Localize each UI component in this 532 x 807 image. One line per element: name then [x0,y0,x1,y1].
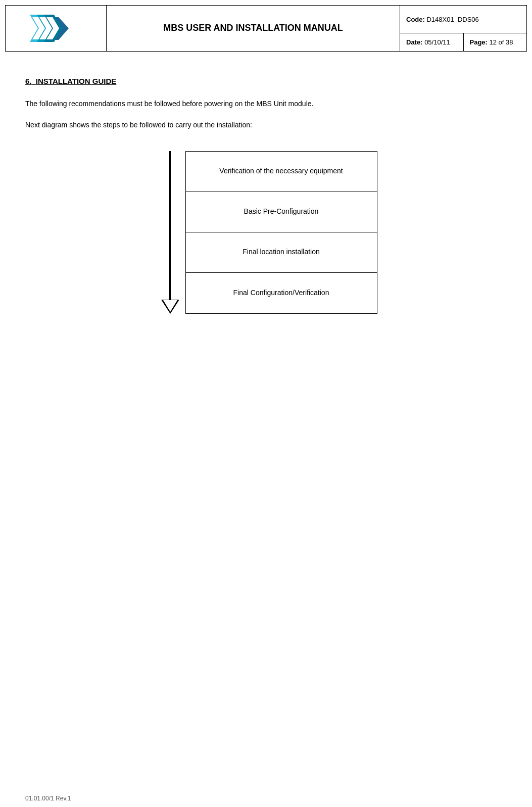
header-meta: Code: D148X01_DDS06 Date: 05/10/11 Page:… [400,6,526,51]
code-cell: Code: D148X01_DDS06 [400,6,526,33]
section-number: 6. [25,77,32,85]
page-header: MBS USER AND INSTALLATION MANUAL Code: D… [5,5,527,52]
step-1-label: Verification of the necessary equipment [219,166,343,176]
step-1: Verification of the necessary equipment [186,152,377,192]
document-title: MBS USER AND INSTALLATION MANUAL [107,6,400,51]
page-label: Page: [470,38,488,46]
step-2: Basic Pre-Configuration [186,192,377,232]
page-content: 6. INSTALLATION GUIDE The following reco… [0,57,532,349]
date-page-row: Date: 05/10/11 Page: 12 of 38 [400,33,526,51]
page-value: 12 of 38 [490,38,513,46]
footer-text: 01.01.00/1 Rev.1 [25,795,71,802]
date-label: Date: [406,38,423,46]
section-title-text: INSTALLATION GUIDE [36,77,116,85]
date-cell: Date: 05/10/11 [400,33,464,51]
page-cell: Page: 12 of 38 [464,33,527,51]
page-footer: 01.01.00/1 Rev.1 [25,795,71,802]
flow-arrow [155,151,185,314]
steps-list: Verification of the necessary equipment … [185,151,377,314]
paragraph-1: The following recommendations must be fo… [25,98,507,109]
date-value: 05/10/11 [424,38,450,46]
code-label: Code: [406,16,425,23]
company-logo [6,6,107,51]
arrow-head [161,300,179,314]
step-2-label: Basic Pre-Configuration [244,207,319,217]
arrow-line [169,151,171,300]
title-text: MBS USER AND INSTALLATION MANUAL [163,22,343,34]
installation-diagram: Verification of the necessary equipment … [25,151,507,314]
code-value: D148X01_DDS06 [426,16,478,23]
step-3: Final location installation [186,232,377,273]
page-wrapper: MBS USER AND INSTALLATION MANUAL Code: D… [0,5,532,807]
step-4-label: Final Configuration/Verification [233,288,329,298]
diagram-inner: Verification of the necessary equipment … [155,151,377,314]
step-3-label: Final location installation [243,247,320,257]
step-4: Final Configuration/Verification [186,273,377,313]
logo-svg [26,12,86,45]
arrow-head-inner [163,300,177,312]
section-heading: 6. INSTALLATION GUIDE [25,77,507,85]
paragraph-2: Next diagram shows the steps to be follo… [25,119,507,130]
